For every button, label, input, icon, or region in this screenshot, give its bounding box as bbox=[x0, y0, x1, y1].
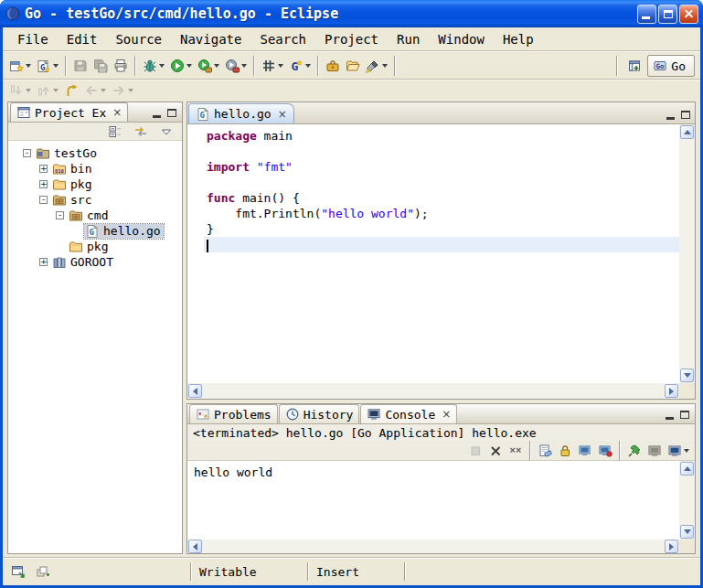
dropdown-arrow-icon[interactable] bbox=[684, 449, 689, 453]
scroll-down-button[interactable] bbox=[680, 525, 694, 539]
dropdown-arrow-icon[interactable] bbox=[53, 64, 59, 68]
external-tools-button[interactable] bbox=[222, 55, 250, 77]
new-go-file-button[interactable]: G bbox=[286, 55, 314, 77]
maximize-view-button[interactable] bbox=[167, 109, 176, 117]
close-tab-icon[interactable]: × bbox=[278, 108, 287, 121]
tree-item-bin[interactable]: +010bin bbox=[8, 161, 182, 176]
open-type-button[interactable] bbox=[323, 55, 343, 77]
expand-toggle-icon[interactable]: + bbox=[39, 165, 48, 173]
dropdown-arrow-icon[interactable] bbox=[241, 64, 247, 68]
save-all-button[interactable] bbox=[91, 55, 111, 77]
dropdown-arrow-icon[interactable] bbox=[159, 64, 165, 68]
console-vertical-scrollbar[interactable] bbox=[679, 461, 695, 540]
minimize-view-button[interactable] bbox=[666, 417, 674, 420]
editor-body[interactable]: package mainimport "fmt"func main() { fm… bbox=[187, 124, 695, 399]
tree-label-group[interactable]: testGo bbox=[35, 146, 100, 161]
tab-console[interactable]: Console× bbox=[360, 404, 457, 423]
dropdown-arrow-icon[interactable] bbox=[305, 64, 311, 68]
remove-all-launches-button[interactable] bbox=[506, 440, 526, 462]
run-external-button[interactable] bbox=[195, 55, 222, 77]
next-annotation-button[interactable] bbox=[6, 81, 34, 100]
show-stderr-button[interactable] bbox=[595, 440, 615, 462]
scroll-lock-button[interactable] bbox=[555, 440, 575, 462]
tab-problems[interactable]: Problems bbox=[189, 404, 278, 423]
back-button[interactable] bbox=[81, 81, 109, 100]
collapse-toggle-icon[interactable]: - bbox=[56, 211, 64, 219]
run-button[interactable] bbox=[167, 55, 195, 77]
collapse-all-button[interactable] bbox=[105, 121, 125, 143]
menu-item-source[interactable]: Source bbox=[106, 30, 171, 48]
tree-item-testgo[interactable]: -testGo bbox=[8, 145, 182, 161]
menu-item-search[interactable]: Search bbox=[250, 30, 315, 48]
fast-view-button[interactable] bbox=[8, 561, 28, 583]
pin-console-button[interactable] bbox=[624, 440, 644, 462]
trim-stack-button[interactable] bbox=[33, 561, 53, 583]
tree-item-pkg[interactable]: pkg bbox=[8, 239, 182, 254]
maximize-view-button[interactable] bbox=[681, 111, 690, 119]
minimize-view-button[interactable] bbox=[153, 115, 161, 118]
tree-item-hello-go[interactable]: Ghello.go bbox=[8, 223, 182, 239]
collapse-toggle-icon[interactable]: - bbox=[39, 196, 48, 204]
console-body[interactable]: hello world bbox=[187, 461, 695, 553]
prev-annotation-button[interactable] bbox=[34, 81, 61, 100]
search-button[interactable] bbox=[363, 55, 390, 77]
minimize-button[interactable] bbox=[637, 5, 656, 24]
tree-label-group[interactable]: 010bin bbox=[51, 162, 94, 176]
new-go-button[interactable]: G bbox=[34, 55, 61, 77]
maximize-view-button[interactable] bbox=[680, 411, 689, 419]
tree-label-group[interactable]: GOROOT bbox=[51, 255, 116, 270]
tab-project-explorer[interactable]: Project Ex × bbox=[10, 102, 128, 122]
close-tab-icon[interactable]: × bbox=[442, 408, 451, 421]
code-area[interactable]: package mainimport "fmt"func main() { fm… bbox=[204, 124, 679, 383]
tree-item-pkg[interactable]: +pkg bbox=[8, 176, 182, 192]
menu-item-window[interactable]: Window bbox=[429, 30, 494, 48]
open-perspective-button[interactable] bbox=[624, 55, 644, 77]
tree-item-src[interactable]: -src bbox=[8, 192, 182, 208]
annotation-ruler[interactable] bbox=[187, 124, 204, 383]
remove-launch-button[interactable] bbox=[485, 440, 506, 462]
forward-button[interactable] bbox=[109, 81, 136, 100]
editor-horizontal-scrollbar[interactable] bbox=[187, 383, 679, 399]
tree-item-cmd[interactable]: -cmd bbox=[8, 208, 182, 223]
print-button[interactable] bbox=[111, 55, 131, 77]
tab-hello-go[interactable]: G hello.go × bbox=[188, 103, 294, 123]
display-selected-console-button[interactable] bbox=[644, 440, 665, 462]
open-resource-button[interactable] bbox=[343, 55, 363, 77]
scroll-right-button[interactable] bbox=[665, 540, 678, 553]
dropdown-arrow-icon[interactable] bbox=[128, 89, 133, 92]
scroll-right-button[interactable] bbox=[665, 384, 678, 398]
close-tab-icon[interactable]: × bbox=[112, 106, 122, 119]
dropdown-arrow-icon[interactable] bbox=[53, 89, 59, 92]
maximize-button[interactable] bbox=[658, 5, 677, 24]
dropdown-arrow-icon[interactable] bbox=[26, 89, 31, 92]
open-console-button[interactable] bbox=[665, 440, 692, 462]
dropdown-arrow-icon[interactable] bbox=[26, 64, 31, 68]
scroll-up-button[interactable] bbox=[680, 462, 694, 476]
tab-history[interactable]: History bbox=[279, 404, 360, 423]
menu-item-project[interactable]: Project bbox=[315, 30, 388, 48]
tree-label-group[interactable]: cmd bbox=[68, 208, 111, 223]
terminate-button[interactable] bbox=[465, 440, 485, 462]
expand-toggle-icon[interactable]: + bbox=[39, 180, 48, 188]
menu-item-navigate[interactable]: Navigate bbox=[171, 30, 250, 48]
close-button[interactable] bbox=[679, 5, 698, 24]
save-button[interactable] bbox=[70, 55, 91, 77]
dropdown-arrow-icon[interactable] bbox=[101, 89, 106, 92]
clear-console-button[interactable] bbox=[535, 440, 555, 462]
tree-label-group[interactable]: src bbox=[51, 193, 94, 208]
menu-item-run[interactable]: Run bbox=[388, 30, 429, 48]
show-stdout-button[interactable] bbox=[575, 440, 595, 462]
new-wizard-button[interactable] bbox=[6, 55, 34, 77]
editor-vertical-scrollbar[interactable] bbox=[679, 124, 695, 383]
menu-item-file[interactable]: File bbox=[8, 30, 58, 48]
go-perspective-button[interactable]: Go Go bbox=[647, 55, 695, 77]
link-with-editor-button[interactable] bbox=[131, 121, 151, 143]
tree-item-goroot[interactable]: +GOROOT bbox=[8, 254, 182, 270]
scroll-down-button[interactable] bbox=[680, 369, 694, 382]
tree-label-group[interactable]: pkg bbox=[51, 177, 94, 192]
collapse-toggle-icon[interactable]: - bbox=[23, 149, 31, 157]
dropdown-arrow-icon[interactable] bbox=[214, 64, 219, 68]
scroll-left-button[interactable] bbox=[188, 540, 202, 553]
menu-item-edit[interactable]: Edit bbox=[58, 30, 107, 48]
dropdown-arrow-icon[interactable] bbox=[382, 64, 388, 68]
